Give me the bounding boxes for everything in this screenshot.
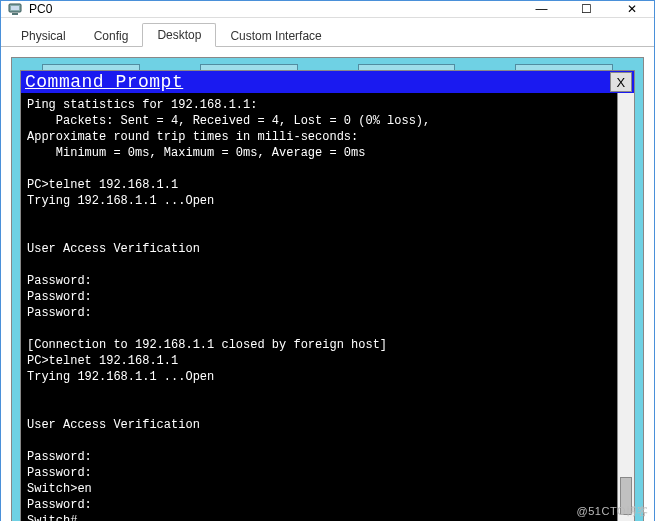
scrollbar-down-arrow-icon[interactable]: ▾	[618, 517, 634, 521]
tab-desktop[interactable]: Desktop	[142, 23, 216, 47]
scrollbar-thumb[interactable]	[620, 477, 632, 515]
command-prompt-close-button[interactable]: X	[610, 72, 632, 92]
command-prompt-body: Ping statistics for 192.168.1.1: Packets…	[21, 93, 634, 521]
titlebar: PC0 — ☐ ✕	[1, 1, 654, 18]
title-left: PC0	[7, 1, 52, 17]
terminal-scrollbar[interactable]: ▾	[617, 93, 634, 521]
close-button[interactable]: ✕	[609, 1, 654, 17]
minimize-button[interactable]: —	[519, 1, 564, 17]
tab-custom-interface[interactable]: Custom Interface	[216, 25, 335, 47]
titlebar-buttons: — ☐ ✕	[519, 1, 654, 17]
content-area: Command Prompt X Ping statistics for 192…	[1, 47, 654, 521]
desktop-area: Command Prompt X Ping statistics for 192…	[11, 57, 644, 521]
command-prompt-titlebar[interactable]: Command Prompt X	[21, 71, 634, 93]
tab-config[interactable]: Config	[80, 25, 143, 47]
command-prompt-window: Command Prompt X Ping statistics for 192…	[20, 70, 635, 521]
svg-rect-2	[12, 13, 18, 15]
terminal-output[interactable]: Ping statistics for 192.168.1.1: Packets…	[21, 93, 617, 521]
maximize-button[interactable]: ☐	[564, 1, 609, 17]
tabstrip: Physical Config Desktop Custom Interface	[1, 18, 654, 47]
app-icon	[7, 1, 23, 17]
svg-rect-1	[11, 6, 19, 10]
app-window: PC0 — ☐ ✕ Physical Config Desktop Custom…	[0, 0, 655, 521]
command-prompt-title: Command Prompt	[25, 72, 183, 92]
window-title: PC0	[29, 2, 52, 16]
tab-physical[interactable]: Physical	[7, 25, 80, 47]
